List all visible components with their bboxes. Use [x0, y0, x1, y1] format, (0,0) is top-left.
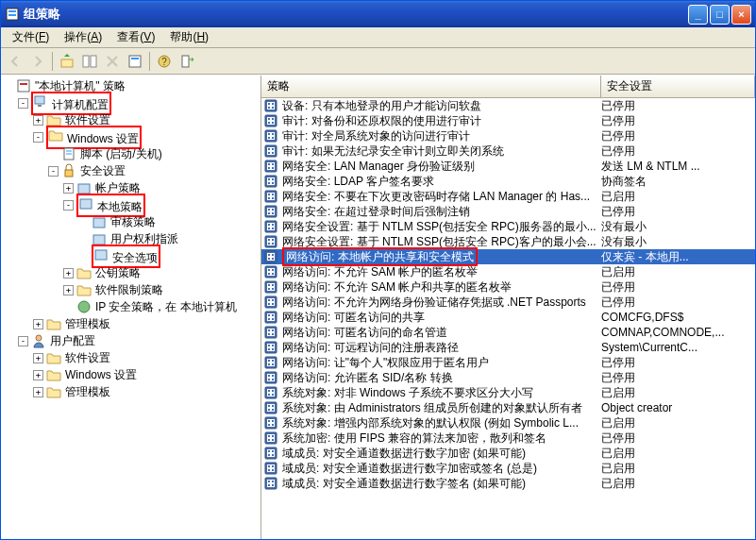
list-row[interactable]: 网络安全: LAN Manager 身份验证级别发送 LM & NTLM ...	[261, 159, 755, 174]
svg-rect-28	[268, 107, 270, 109]
svg-rect-116	[268, 329, 270, 331]
policy-item-icon	[263, 385, 278, 400]
collapse-icon[interactable]: -	[33, 132, 43, 143]
collapse-icon[interactable]: -	[48, 166, 59, 177]
svg-rect-134	[268, 375, 270, 377]
up-button[interactable]	[57, 51, 77, 72]
list-row[interactable]: 系统加密: 使用 FIPS 兼容的算法来加密，散列和签名已停用	[261, 430, 755, 446]
tree-security-settings[interactable]: -安全设置	[1, 162, 260, 179]
show-hide-button[interactable]	[79, 51, 100, 72]
forward-button[interactable]	[27, 51, 48, 72]
tree-user-config[interactable]: -用户配置	[1, 332, 260, 349]
list-row[interactable]: 域成员: 对安全通道数据进行数字签名 (如果可能)已启用	[261, 476, 755, 491]
policy-item-icon	[263, 430, 278, 446]
help-button[interactable]: ?	[154, 51, 175, 72]
collapse-icon[interactable]: -	[18, 336, 28, 346]
expand-icon[interactable]: +	[63, 183, 74, 194]
list-row[interactable]: 网络访问: 本地帐户的共享和安全模式仅来宾 - 本地用...	[261, 249, 755, 264]
list-row[interactable]: 网络访问: 可匿名访问的共享COMCFG,DFS$	[261, 310, 755, 325]
policy-item-icon	[263, 113, 278, 128]
expand-icon[interactable]: +	[63, 285, 74, 295]
svg-rect-87	[272, 254, 274, 256]
tree-software-restrict[interactable]: +软件限制策略	[1, 281, 260, 298]
list-row[interactable]: 网络访问: 可远程访问的注册表路径System\CurrentC...	[261, 340, 755, 355]
svg-rect-173	[272, 469, 274, 471]
list-row[interactable]: 系统对象: 由 Administrators 组成员所创建的对象默认所有者Obj…	[261, 400, 755, 415]
row-name: 网络安全: 在超过登录时间后强制注销	[280, 204, 601, 219]
list-row[interactable]: 网络访问: 不允许 SAM 帐户的匿名枚举已启用	[261, 264, 755, 279]
svg-rect-106	[268, 303, 270, 305]
svg-rect-19	[93, 218, 105, 228]
menu-action[interactable]: 操作(A)	[57, 27, 109, 47]
svg-rect-34	[268, 122, 270, 124]
minimize-button[interactable]: _	[688, 5, 708, 25]
list-row[interactable]: 审计: 对全局系统对象的访问进行审计已停用	[261, 128, 755, 143]
row-value: 已启用	[601, 415, 755, 430]
list-row[interactable]: 审计: 如果无法纪录安全审计则立即关闭系统已停用	[261, 143, 755, 159]
tree-admin2[interactable]: +管理模板	[1, 383, 260, 400]
list-row[interactable]: 网络安全: LDAP 客户签名要求协商签名	[261, 174, 755, 189]
expand-icon[interactable]: +	[63, 268, 74, 278]
tree-windows2[interactable]: +Windows 设置	[1, 366, 260, 383]
tree-security-options[interactable]: 安全选项	[1, 247, 260, 264]
maximize-button[interactable]: □	[710, 5, 730, 25]
list-row[interactable]: 网络访问: 不允许为网络身份验证储存凭据或 .NET Passports已停用	[261, 295, 755, 310]
collapse-icon[interactable]: -	[63, 200, 74, 211]
collapse-icon[interactable]: -	[18, 98, 28, 109]
menu-view[interactable]: 查看(V)	[109, 27, 162, 47]
list-row[interactable]: 设备: 只有本地登录的用户才能访问软盘已停用	[261, 98, 755, 113]
list-row[interactable]: 系统对象: 增强内部系统对象的默认权限 (例如 Symbolic L...已启用	[261, 415, 755, 430]
export-button[interactable]	[176, 51, 197, 72]
list-row[interactable]: 网络访问: 可匿名访问的命名管道COMNAP,COMNODE,...	[261, 325, 755, 340]
list-row[interactable]: 网络访问: 让"每个人"权限应用于匿名用户已停用	[261, 355, 755, 370]
list-row[interactable]: 网络安全: 在超过登录时间后强制注销已停用	[261, 204, 755, 219]
titlebar[interactable]: 组策略 _ □ ×	[1, 1, 755, 27]
tree-scripts[interactable]: 脚本 (启动/关机)	[1, 145, 260, 162]
back-button[interactable]	[5, 51, 25, 72]
expand-icon[interactable]: +	[33, 353, 43, 363]
column-security[interactable]: 安全设置	[601, 76, 755, 97]
svg-rect-56	[268, 178, 270, 180]
list-row[interactable]: 网络访问: 允许匿名 SID/名称 转换已停用	[261, 370, 755, 385]
svg-rect-124	[268, 348, 270, 350]
svg-rect-35	[272, 122, 274, 124]
svg-rect-101	[272, 288, 274, 290]
tree-ip-security[interactable]: IP 安全策略，在 本地计算机	[1, 298, 260, 315]
expand-icon[interactable]: +	[33, 319, 43, 329]
properties-button[interactable]	[125, 51, 145, 72]
list-row[interactable]: 系统对象: 对非 Windows 子系统不要求区分大小写已启用	[261, 385, 755, 400]
tree-audit-policy[interactable]: 审核策略	[1, 213, 260, 230]
svg-rect-140	[268, 390, 270, 392]
row-value: Object creator	[601, 400, 755, 415]
tree-admin-templates[interactable]: +管理模板	[1, 315, 260, 332]
list-body[interactable]: 设备: 只有本地登录的用户才能访问软盘已停用审计: 对备份和还原权限的使用进行审…	[261, 98, 755, 539]
row-name: 网络安全: LDAP 客户签名要求	[280, 174, 601, 189]
menu-file[interactable]: 文件(F)	[5, 27, 57, 47]
menu-help[interactable]: 帮助(H)	[162, 27, 216, 47]
row-name: 网络安全: LAN Manager 身份验证级别	[280, 159, 601, 174]
tree-computer-config[interactable]: -计算机配置	[1, 94, 260, 111]
tree-pane[interactable]: "本地计算机" 策略 -计算机配置 +软件设置 -Windows 设置 脚本 (…	[1, 76, 261, 539]
svg-rect-16	[65, 170, 73, 177]
list-row[interactable]: 网络访问: 不允许 SAM 帐户和共享的匿名枚举已停用	[261, 279, 755, 295]
expand-icon[interactable]: +	[33, 115, 43, 126]
tree-windows-settings[interactable]: -Windows 设置	[1, 128, 260, 145]
list-row[interactable]: 域成员: 对安全通道数据进行数字加密 (如果可能)已启用	[261, 446, 755, 461]
column-policy[interactable]: 策略	[261, 76, 601, 97]
list-row[interactable]: 审计: 对备份和还原权限的使用进行审计已停用	[261, 113, 755, 128]
close-button[interactable]: ×	[731, 5, 751, 25]
delete-button[interactable]	[102, 51, 123, 72]
policy-icon	[16, 78, 31, 93]
tree-public-key[interactable]: +公钥策略	[1, 264, 260, 281]
svg-rect-38	[268, 133, 270, 135]
list-row[interactable]: 网络安全: 不要在下次更改密码时存储 LAN Manager 的 Has...已…	[261, 189, 755, 204]
list-row[interactable]: 域成员: 对安全通道数据进行数字加密或签名 (总是)已启用	[261, 461, 755, 476]
policy-item-icon	[263, 415, 278, 430]
tree-software2[interactable]: +软件设置	[1, 349, 260, 366]
list-row[interactable]: 网络安全设置: 基于 NTLM SSP(包括安全 RPC)服务器的最小...没有…	[261, 219, 755, 234]
expand-icon[interactable]: +	[33, 387, 43, 397]
expand-icon[interactable]: +	[33, 370, 43, 380]
tree-local-policy[interactable]: -本地策略	[1, 196, 260, 213]
svg-rect-171	[272, 465, 274, 467]
policy-item-icon	[263, 279, 278, 295]
